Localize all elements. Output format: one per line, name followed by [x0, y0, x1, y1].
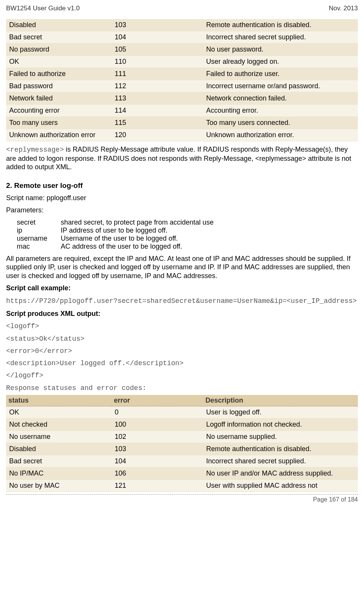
table2-header-description: Description: [203, 395, 358, 406]
table-cell: Unknown authorization error: [6, 129, 112, 141]
table-cell: Failed to authorize: [6, 68, 112, 80]
table-cell: Disabled: [6, 443, 112, 455]
table-row: Bad secret104Incorrect shared secret sup…: [6, 455, 358, 468]
table-cell: Incorrect username or/and password.: [203, 80, 358, 92]
page-footer: Page 167 of 184: [6, 494, 358, 503]
table-cell: 113: [112, 92, 203, 105]
table-row: Disabled103Remote authentication is disa…: [6, 19, 358, 31]
table-cell: No user IP and/or MAC address supplied.: [203, 468, 358, 480]
table-cell: 100: [112, 419, 203, 431]
table-cell: Incorrect shared secret supplied.: [203, 455, 358, 468]
param-value: AC address of the user to be logged off.: [61, 243, 182, 251]
table-cell: Bad secret: [6, 31, 112, 44]
table-row: Unknown authorization error120Unknown au…: [6, 129, 358, 141]
parameters-note: All parameters are required, except the …: [6, 254, 358, 280]
table-row: Bad secret104Incorrect shared secret sup…: [6, 31, 358, 44]
table-cell: 0: [112, 406, 203, 419]
xml-line: </logoff>: [6, 371, 358, 380]
table-cell: Network failed: [6, 92, 112, 105]
table-row: Too many users115Too many users connecte…: [6, 117, 358, 129]
table-cell: Accounting error: [6, 105, 112, 117]
table-cell: 110: [112, 56, 203, 68]
table-cell: 103: [112, 19, 203, 31]
table-cell: No user password.: [203, 44, 358, 56]
response-codes-label: Response statuses and error codes:: [6, 383, 358, 393]
table-cell: OK: [6, 56, 112, 68]
xml-output-block: <logoff><status>Ok</status><error>0</err…: [6, 322, 358, 380]
table-cell: 112: [112, 80, 203, 92]
table-cell: 114: [112, 105, 203, 117]
table-row: Failed to authorize111Failed to authoriz…: [6, 68, 358, 80]
table-row: No username102No username supplied.: [6, 431, 358, 443]
param-value: Username of the user to be logged off.: [61, 235, 178, 243]
param-row: macAC address of the user to be logged o…: [17, 243, 358, 251]
table-cell: 115: [112, 117, 203, 129]
script-call-label: Script call example:: [6, 284, 358, 293]
table-cell: No IP/MAC: [6, 468, 112, 480]
table-cell: 106: [112, 468, 203, 480]
table-cell: 111: [112, 68, 203, 80]
xml-output-label: Script produces XML output:: [6, 309, 358, 318]
param-key: ip: [17, 227, 61, 235]
parameters-list: secretshared secret, to protect page fro…: [17, 218, 358, 251]
param-key: mac: [17, 243, 61, 251]
table2-header-error: error: [112, 395, 203, 406]
xml-line: <status>Ok</status>: [6, 334, 358, 343]
table-cell: 105: [112, 44, 203, 56]
param-value: IP address of user to be logged off.: [61, 227, 168, 235]
table-row: OK0User is logged off.: [6, 406, 358, 419]
page-header: BW1254 User Guide v1.0 Nov. 2013: [6, 5, 358, 12]
replymessage-tag: <replymessage>: [6, 146, 64, 154]
doc-date: Nov. 2013: [329, 5, 358, 12]
parameters-label: Parameters:: [6, 206, 358, 215]
table-cell: Remote authentication is disabled.: [203, 443, 358, 455]
xml-line: <error>0</error>: [6, 346, 358, 356]
script-call-code: https://P720/pplogoff.user?secret=shared…: [6, 296, 358, 306]
table-cell: Bad password: [6, 80, 112, 92]
table-cell: Incorrect shared secret supplied.: [203, 31, 358, 44]
table2-header-status: status: [6, 395, 112, 406]
table-cell: Network connection failed.: [203, 92, 358, 105]
table-cell: Unknown authorization error.: [203, 129, 358, 141]
table-row: Disabled103Remote authentication is disa…: [6, 443, 358, 455]
doc-title: BW1254 User Guide v1.0: [6, 5, 80, 12]
page-number: Page 167 of 184: [313, 496, 358, 503]
table-cell: No username: [6, 431, 112, 443]
table-cell: Logoff information not checked.: [203, 419, 358, 431]
xml-line: <description>User logged off.</descripti…: [6, 359, 358, 368]
table-cell: OK: [6, 406, 112, 419]
table-row: No user by MAC121User with supplied MAC …: [6, 480, 358, 492]
table-cell: 120: [112, 129, 203, 141]
param-row: ipIP address of user to be logged off.: [17, 227, 358, 235]
table-cell: User with supplied MAC address not: [203, 480, 358, 492]
table-cell: No password: [6, 44, 112, 56]
table-cell: Remote authentication is disabled.: [203, 19, 358, 31]
table-cell: User already logged on.: [203, 56, 358, 68]
table-cell: Failed to authorize user.: [203, 68, 358, 80]
table-cell: Too many users: [6, 117, 112, 129]
table-row: Bad password112Incorrect username or/and…: [6, 80, 358, 92]
table-row: Not checked100Logoff information not che…: [6, 419, 358, 431]
table-cell: 121: [112, 480, 203, 492]
table-cell: No user by MAC: [6, 480, 112, 492]
table-cell: User is logged off.: [203, 406, 358, 419]
table-row: OK110User already logged on.: [6, 56, 358, 68]
table-cell: 104: [112, 31, 203, 44]
param-row: secretshared secret, to protect page fro…: [17, 218, 358, 227]
table-cell: Accounting error.: [203, 105, 358, 117]
table-cell: 104: [112, 455, 203, 468]
status-codes-table-2: status error Description OK0User is logg…: [6, 395, 358, 492]
param-row: usernameUsername of the user to be logge…: [17, 235, 358, 243]
table-row: Accounting error114Accounting error.: [6, 105, 358, 117]
table-cell: Disabled: [6, 19, 112, 31]
table-cell: 103: [112, 443, 203, 455]
table-cell: 102: [112, 431, 203, 443]
table-cell: Bad secret: [6, 455, 112, 468]
script-name-line: Script name: pplogoff.user: [6, 194, 358, 202]
table-row: Network failed113Network connection fail…: [6, 92, 358, 105]
param-key: username: [17, 235, 61, 243]
xml-line: <logoff>: [6, 322, 358, 331]
section-title-remote-user-log-off: 2. Remote user log-off: [6, 181, 358, 190]
table-cell: No username supplied.: [203, 431, 358, 443]
replymessage-paragraph: <replymessage> is RADIUS Reply-Message a…: [6, 145, 358, 172]
